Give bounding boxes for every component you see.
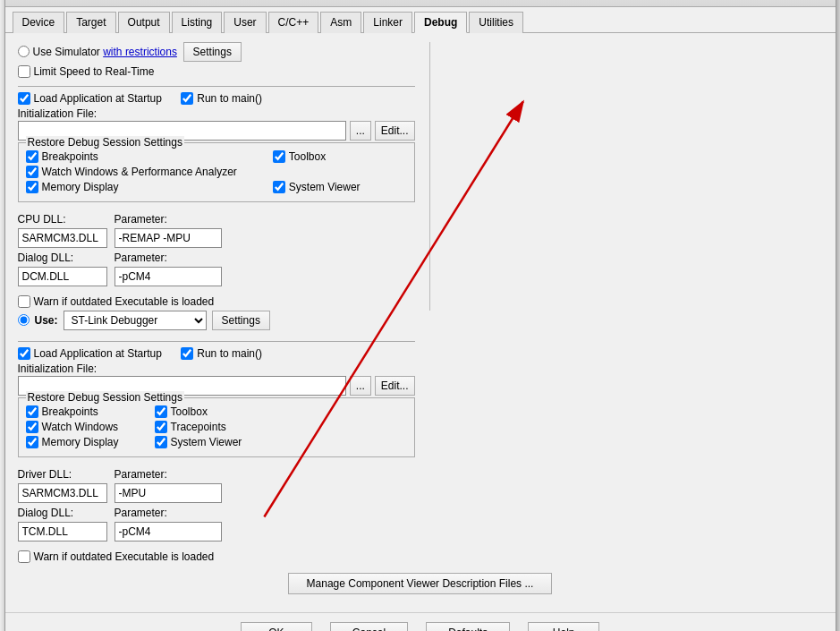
left-cpu-dll-input[interactable] <box>18 228 107 248</box>
simulator-row: Use Simulator with restrictions Settings <box>18 42 415 62</box>
right-init-browse-button[interactable]: ... <box>350 376 371 396</box>
right-load-app-row: Load Application at Startup Run to main(… <box>18 347 415 360</box>
right-dialog-param-label: Parameter: <box>115 507 222 519</box>
manage-btn-row: Manage Component Viewer Description File… <box>18 573 823 594</box>
left-toolbox-row: Toolbox <box>273 150 361 163</box>
left-watch-row: Watch Windows & Performance Analyzer <box>26 166 237 178</box>
manage-button[interactable]: Manage Component Viewer Description File… <box>288 573 553 594</box>
dialog: W Options for Target 'STM32F407ZG' ✕ Dev… <box>4 0 836 631</box>
tab-debug[interactable]: Debug <box>414 12 467 33</box>
right-run-to-main-label: Run to main() <box>197 347 262 360</box>
right-toolbox-row: Toolbox <box>155 405 242 418</box>
use-debugger-row: Use: ST-Link Debugger Settings <box>18 311 415 330</box>
right-init-file-label: Initialization File: <box>18 362 415 375</box>
footer: OK Cancel Defaults Help <box>5 612 836 632</box>
right-dialog-dll-label: Dialog DLL: <box>18 507 107 519</box>
left-load-app-row: Load Application at Startup Run to main(… <box>18 92 415 105</box>
left-sysviewer-checkbox[interactable] <box>273 181 285 193</box>
left-cpu-param-input[interactable] <box>115 228 222 248</box>
right-warn-checkbox[interactable] <box>18 550 30 563</box>
right-watch-checkbox[interactable] <box>26 421 38 433</box>
left-settings-button[interactable]: Settings <box>183 42 242 62</box>
tab-cpp[interactable]: C/C++ <box>268 12 319 33</box>
right-tracepoints-label: Tracepoints <box>171 421 226 433</box>
right-separator-1 <box>18 341 415 342</box>
left-init-file-label: Initialization File: <box>18 107 415 120</box>
right-load-app-label: Load Application at Startup <box>34 347 162 360</box>
left-breakpoints-checkbox[interactable] <box>26 150 38 163</box>
close-button[interactable]: ✕ <box>809 0 827 1</box>
tab-listing[interactable]: Listing <box>172 12 223 33</box>
right-warn-row: Warn if outdated Executable is loaded <box>18 550 415 563</box>
limit-speed-checkbox[interactable] <box>18 65 30 78</box>
right-load-app-checkbox[interactable] <box>18 347 30 360</box>
cancel-button[interactable]: Cancel <box>330 622 408 632</box>
defaults-button[interactable]: Defaults <box>426 622 510 632</box>
left-watch-checkbox[interactable] <box>26 166 38 178</box>
tab-output[interactable]: Output <box>118 12 170 33</box>
right-run-to-main-checkbox[interactable] <box>181 347 193 360</box>
left-warn-label: Warn if outdated Executable is loaded <box>34 295 215 308</box>
left-column: Use Simulator with restrictions Settings… <box>18 42 415 311</box>
left-memory-checkbox[interactable] <box>26 181 38 193</box>
left-load-app-checkbox[interactable] <box>18 92 30 105</box>
right-toolbox-checkbox[interactable] <box>155 405 167 418</box>
tab-user[interactable]: User <box>224 12 266 33</box>
left-cpu-param-label: Parameter: <box>115 213 222 226</box>
right-sysviewer-label: System Viewer <box>171 436 242 448</box>
right-settings-button[interactable]: Settings <box>212 311 270 330</box>
right-init-edit-button[interactable]: Edit... <box>375 376 415 396</box>
right-driver-dll-row: Driver DLL: Parameter: <box>18 468 415 503</box>
use-debugger-radio-label[interactable] <box>18 314 30 326</box>
right-memory-label: Memory Display <box>42 436 119 448</box>
right-breakpoints-checkbox[interactable] <box>26 405 38 418</box>
right-sysviewer-row: System Viewer <box>155 436 242 448</box>
right-driver-dll-input[interactable] <box>18 483 107 503</box>
left-init-browse-button[interactable]: ... <box>350 121 371 141</box>
use-simulator-radio[interactable] <box>18 46 30 57</box>
left-memory-row: Memory Display <box>26 181 237 193</box>
debugger-select[interactable]: ST-Link Debugger <box>64 311 207 330</box>
left-toolbox-checkbox[interactable] <box>273 150 285 163</box>
right-restore-group: Restore Debug Session Settings Breakpoin… <box>18 397 415 457</box>
tab-utilities[interactable]: Utilities <box>469 12 523 33</box>
tab-linker[interactable]: Linker <box>363 12 412 33</box>
help-button[interactable]: Help <box>528 622 599 632</box>
right-dialog-dll-input[interactable] <box>18 522 107 541</box>
left-run-to-main-checkbox[interactable] <box>181 92 193 105</box>
right-watch-label: Watch Windows <box>42 421 119 433</box>
main-content: Use Simulator with restrictions Settings… <box>5 33 836 607</box>
left-cpu-dll-label: CPU DLL: <box>18 213 107 226</box>
ok-button[interactable]: OK <box>241 622 312 632</box>
left-init-edit-button[interactable]: Edit... <box>375 121 415 141</box>
use-debugger-radio[interactable] <box>18 314 30 326</box>
right-tracepoints-checkbox[interactable] <box>155 421 167 433</box>
left-load-app-label: Load Application at Startup <box>34 92 162 105</box>
two-col-layout: Use Simulator with restrictions Settings… <box>18 42 823 566</box>
right-memory-checkbox[interactable] <box>26 436 38 448</box>
use-simulator-radio-label[interactable]: Use Simulator <box>18 46 100 58</box>
right-driver-param-input[interactable] <box>115 483 222 503</box>
use-label: Use: <box>35 314 58 327</box>
tab-target[interactable]: Target <box>66 12 115 33</box>
left-warn-checkbox[interactable] <box>18 295 30 308</box>
use-simulator-label: Use Simulator <box>33 46 100 58</box>
right-dialog-dll-row: Dialog DLL: Parameter: <box>18 507 415 541</box>
left-dialog-param-label: Parameter: <box>115 252 222 264</box>
right-sysviewer-checkbox[interactable] <box>155 436 167 448</box>
tab-bar: Device Target Output Listing User C/C++ … <box>5 7 836 33</box>
left-dialog-dll-input[interactable] <box>18 267 107 286</box>
with-restrictions-link[interactable]: with restrictions <box>103 46 177 58</box>
tab-asm[interactable]: Asm <box>320 12 361 33</box>
right-toolbox-label: Toolbox <box>171 405 208 418</box>
limit-speed-label: Limit Speed to Real-Time <box>34 65 155 78</box>
right-dialog-param-input[interactable] <box>115 522 222 541</box>
left-dialog-param-input[interactable] <box>115 267 222 286</box>
right-memory-row: Memory Display <box>26 436 119 448</box>
left-run-to-main-label: Run to main() <box>197 92 262 105</box>
left-dialog-dll-row: Dialog DLL: Parameter: <box>18 252 415 286</box>
separator-1 <box>18 86 415 87</box>
left-warn-row: Warn if outdated Executable is loaded <box>18 295 415 308</box>
tab-device[interactable]: Device <box>13 12 65 33</box>
left-breakpoints-label: Breakpoints <box>42 150 98 163</box>
